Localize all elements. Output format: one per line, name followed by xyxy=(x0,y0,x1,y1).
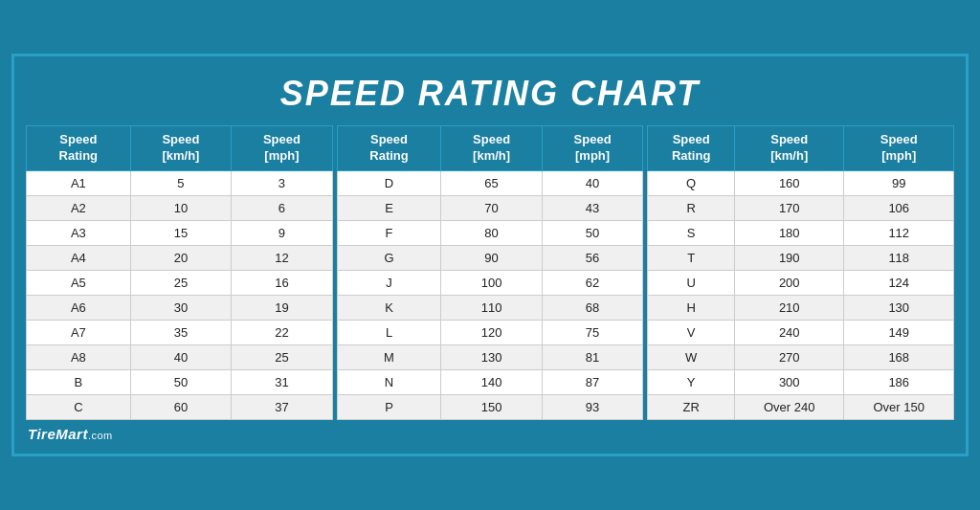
table-cell: 40 xyxy=(542,170,643,195)
table-cell: 9 xyxy=(232,220,333,245)
col-header-rating-1: SpeedRating xyxy=(27,126,131,171)
table-cell: 130 xyxy=(844,295,954,320)
table-section-2: SpeedRating Speed[km/h] Speed[mph] D6540… xyxy=(337,125,644,420)
table-cell: 168 xyxy=(844,344,954,369)
table-cell: L xyxy=(337,320,441,344)
chart-container: SPEED RATING CHART SpeedRating Speed[km/… xyxy=(11,54,969,456)
col-header-mph-3: Speed[mph] xyxy=(844,126,954,171)
table-cell: 35 xyxy=(130,320,232,344)
table-cell: 90 xyxy=(441,245,543,270)
col-header-mph-2: Speed[mph] xyxy=(542,126,643,171)
table-cell: 31 xyxy=(232,369,333,394)
table-cell: K xyxy=(337,295,441,320)
table-cell: 20 xyxy=(130,245,232,270)
speed-table-1: SpeedRating Speed[km/h] Speed[mph] A153A… xyxy=(26,125,333,420)
table-cell: 270 xyxy=(734,344,844,369)
chart-title: SPEED RATING CHART xyxy=(26,66,954,125)
col-header-kmh-3: Speed[km/h] xyxy=(734,126,844,171)
table-section-3: SpeedRating Speed[km/h] Speed[mph] Q1609… xyxy=(647,125,954,420)
table-cell: 60 xyxy=(130,394,232,419)
table-cell: 68 xyxy=(542,295,643,320)
table-cell: A3 xyxy=(27,220,131,245)
table-cell: N xyxy=(337,369,441,394)
speed-table-3: SpeedRating Speed[km/h] Speed[mph] Q1609… xyxy=(647,125,954,420)
table-cell: 56 xyxy=(542,245,643,270)
table-cell: 3 xyxy=(232,170,333,195)
brand-mart: Mart xyxy=(56,426,88,442)
tables-wrapper: SpeedRating Speed[km/h] Speed[mph] A153A… xyxy=(26,125,954,420)
table-cell: 140 xyxy=(441,369,543,394)
table-cell: G xyxy=(337,245,441,270)
table-cell: 40 xyxy=(130,344,232,369)
table-cell: 300 xyxy=(734,369,844,394)
table-cell: 50 xyxy=(130,369,232,394)
table-cell: 160 xyxy=(734,170,844,195)
table-cell: U xyxy=(648,270,735,295)
table-cell: 130 xyxy=(441,344,543,369)
table-cell: H xyxy=(648,295,735,320)
table-cell: 200 xyxy=(734,270,844,295)
table-cell: A2 xyxy=(27,195,131,220)
table-cell: P xyxy=(337,394,441,419)
table-cell: Q xyxy=(648,170,735,195)
table-cell: 87 xyxy=(542,369,643,394)
table-cell: 75 xyxy=(542,320,643,344)
table-cell: Over 240 xyxy=(734,394,844,419)
table-cell: 106 xyxy=(844,195,954,220)
brand-dotcom: .com xyxy=(88,430,113,441)
table-cell: 150 xyxy=(441,394,543,419)
table-cell: 25 xyxy=(130,270,232,295)
speed-table-2: SpeedRating Speed[km/h] Speed[mph] D6540… xyxy=(337,125,644,420)
table-cell: 118 xyxy=(844,245,954,270)
table-cell: 16 xyxy=(232,270,333,295)
table-cell: S xyxy=(648,220,735,245)
table-cell: A6 xyxy=(27,295,131,320)
table-cell: 99 xyxy=(844,170,954,195)
table-cell: 112 xyxy=(844,220,954,245)
table-cell: 22 xyxy=(232,320,333,344)
table-section-1: SpeedRating Speed[km/h] Speed[mph] A153A… xyxy=(26,125,333,420)
col-header-mph-1: Speed[mph] xyxy=(232,126,333,171)
table-cell: 43 xyxy=(542,195,643,220)
table-cell: A8 xyxy=(27,344,131,369)
table-cell: Over 150 xyxy=(844,394,954,419)
table-cell: D xyxy=(337,170,441,195)
table-cell: 170 xyxy=(734,195,844,220)
table-cell: 180 xyxy=(734,220,844,245)
table-cell: Y xyxy=(648,369,735,394)
table-cell: 190 xyxy=(734,245,844,270)
table-cell: 30 xyxy=(130,295,232,320)
table-cell: 70 xyxy=(441,195,543,220)
table-cell: 80 xyxy=(441,220,543,245)
table-cell: 81 xyxy=(542,344,643,369)
table-cell: 10 xyxy=(130,195,232,220)
table-cell: 93 xyxy=(542,394,643,419)
table-cell: F xyxy=(337,220,441,245)
table-cell: A1 xyxy=(27,170,131,195)
col-header-rating-3: SpeedRating xyxy=(648,126,735,171)
table-cell: 210 xyxy=(734,295,844,320)
table-cell: E xyxy=(337,195,441,220)
table-cell: 124 xyxy=(844,270,954,295)
table-cell: V xyxy=(648,320,735,344)
brand-tire: Tire xyxy=(28,426,56,442)
table-cell: 100 xyxy=(441,270,543,295)
table-cell: W xyxy=(648,344,735,369)
table-cell: R xyxy=(648,195,735,220)
table-cell: 12 xyxy=(232,245,333,270)
table-cell: J xyxy=(337,270,441,295)
table-cell: 6 xyxy=(232,195,333,220)
table-cell: B xyxy=(27,369,131,394)
table-cell: A5 xyxy=(27,270,131,295)
col-header-rating-2: SpeedRating xyxy=(337,126,441,171)
branding: TireMart.com xyxy=(26,420,954,442)
table-cell: 110 xyxy=(441,295,543,320)
table-cell: C xyxy=(27,394,131,419)
table-cell: 25 xyxy=(232,344,333,369)
table-cell: 37 xyxy=(232,394,333,419)
col-header-kmh-2: Speed[km/h] xyxy=(441,126,543,171)
table-cell: A7 xyxy=(27,320,131,344)
table-cell: 240 xyxy=(734,320,844,344)
table-cell: 19 xyxy=(232,295,333,320)
table-cell: 15 xyxy=(130,220,232,245)
